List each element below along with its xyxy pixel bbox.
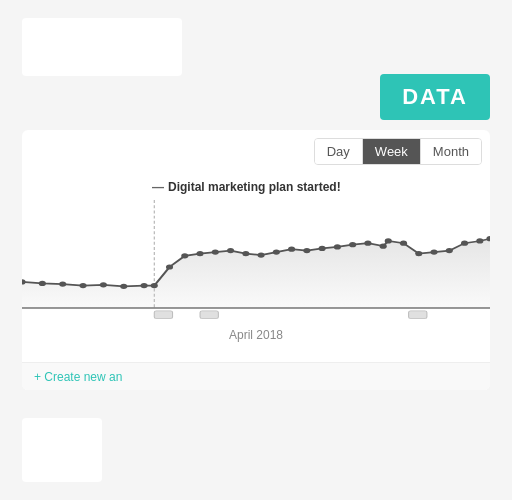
svg-point-9 bbox=[166, 264, 173, 269]
svg-point-28 bbox=[446, 248, 453, 253]
svg-point-14 bbox=[242, 251, 249, 256]
bottom-card bbox=[22, 418, 102, 482]
chart-bottom-bar: + Create new an bbox=[22, 362, 490, 390]
svg-point-10 bbox=[181, 253, 188, 258]
svg-point-30 bbox=[476, 238, 483, 243]
data-badge: DATA bbox=[380, 74, 490, 120]
period-month-button[interactable]: Month bbox=[421, 139, 481, 164]
svg-point-23 bbox=[380, 244, 387, 249]
svg-point-22 bbox=[364, 241, 371, 246]
period-day-button[interactable]: Day bbox=[315, 139, 363, 164]
svg-point-26 bbox=[415, 251, 422, 256]
svg-point-18 bbox=[303, 248, 310, 253]
svg-point-6 bbox=[120, 284, 127, 289]
svg-rect-33 bbox=[154, 311, 172, 318]
svg-point-20 bbox=[334, 244, 341, 249]
svg-rect-34 bbox=[200, 311, 218, 318]
svg-point-15 bbox=[258, 252, 265, 257]
svg-point-27 bbox=[430, 250, 437, 255]
svg-point-17 bbox=[288, 247, 295, 252]
period-buttons: Day Week Month bbox=[314, 138, 482, 165]
svg-point-4 bbox=[79, 283, 86, 288]
chart-card: Day Week Month Digital marketing plan st… bbox=[22, 130, 490, 390]
svg-point-24 bbox=[385, 238, 392, 243]
chart-svg bbox=[22, 200, 490, 334]
svg-point-21 bbox=[349, 242, 356, 247]
svg-rect-35 bbox=[409, 311, 427, 318]
svg-point-13 bbox=[227, 248, 234, 253]
svg-point-29 bbox=[461, 241, 468, 246]
chart-area: Digital marketing plan started! bbox=[22, 170, 490, 350]
svg-point-11 bbox=[196, 251, 203, 256]
top-card bbox=[22, 18, 182, 76]
svg-point-7 bbox=[141, 283, 148, 288]
page-wrapper: DATA Day Week Month Digital marketing pl… bbox=[0, 0, 512, 500]
svg-point-8 bbox=[151, 283, 158, 288]
svg-point-16 bbox=[273, 250, 280, 255]
svg-point-25 bbox=[400, 241, 407, 246]
svg-point-12 bbox=[212, 250, 219, 255]
x-axis-label: April 2018 bbox=[229, 328, 283, 342]
annotation-label: Digital marketing plan started! bbox=[152, 180, 341, 194]
svg-point-2 bbox=[39, 281, 46, 286]
period-week-button[interactable]: Week bbox=[363, 139, 421, 164]
svg-point-5 bbox=[100, 282, 107, 287]
create-new-link[interactable]: + Create new an bbox=[34, 370, 122, 384]
svg-point-19 bbox=[319, 246, 326, 251]
svg-point-3 bbox=[59, 282, 66, 287]
